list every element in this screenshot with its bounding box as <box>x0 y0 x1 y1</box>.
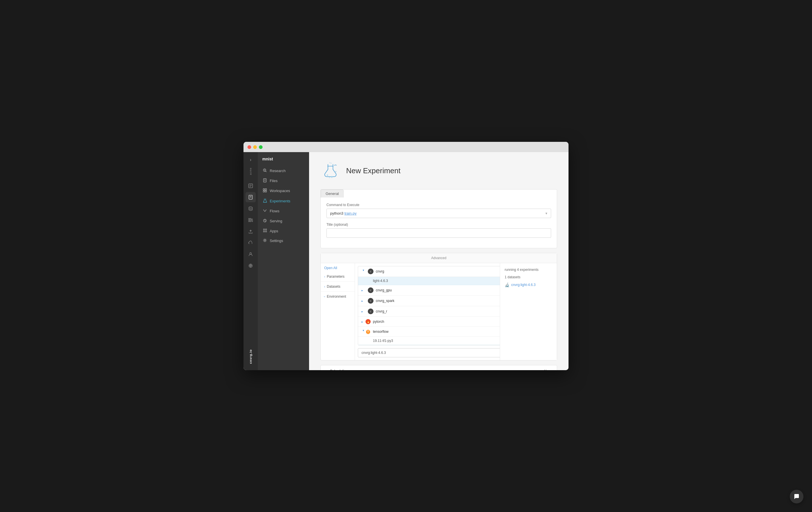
image-icon: 🔬 <box>505 282 510 287</box>
sidebar-item-flows[interactable]: Flows <box>258 206 309 216</box>
close-button[interactable] <box>248 145 251 149</box>
sidebar-item-workspaces-label: Workspaces <box>270 189 290 193</box>
command-label: Command to Execute <box>326 203 551 207</box>
maximize-button[interactable] <box>259 145 263 149</box>
brand-label: cnvrg.io <box>249 349 252 364</box>
svg-rect-19 <box>263 179 266 182</box>
svg-point-32 <box>264 240 266 241</box>
parameters-section[interactable]: › Parameters <box>321 272 355 282</box>
command-text: python3 train.py <box>330 211 357 215</box>
svg-point-38 <box>329 162 330 163</box>
sidebar: mnist Research Files <box>258 152 309 370</box>
rail-icon-library[interactable] <box>245 215 256 225</box>
parameters-label: Parameters <box>327 274 344 278</box>
scheduling-section: › Scheduling Now <box>320 365 557 370</box>
flows-icon <box>262 209 267 214</box>
cnvrg-chevron: ▸ <box>362 269 365 273</box>
svg-rect-30 <box>263 231 265 232</box>
rail-icon-upload[interactable] <box>245 226 256 237</box>
project-name: mnist <box>258 157 309 166</box>
cnvrg-gpu-chevron: ▸ <box>361 289 366 292</box>
minimize-button[interactable] <box>253 145 257 149</box>
rail-icon-database[interactable] <box>245 204 256 214</box>
scheduling-chevron: › <box>326 369 327 371</box>
rail-icon-network[interactable] <box>245 261 256 271</box>
right-info-panel: running 4 experiments 1 datasets 🔬 cnvrg… <box>500 263 557 360</box>
image-info: 🔬 cnvrg:light-4.6.3 <box>505 282 552 287</box>
cnvrg-r-chevron: ▸ <box>361 310 366 313</box>
rail-icon-active[interactable] <box>245 192 256 203</box>
environment-section[interactable]: › Environment <box>321 292 355 301</box>
traffic-lights <box>248 145 263 149</box>
sidebar-item-workspaces[interactable]: Workspaces <box>258 186 309 196</box>
tf-version-label: 19.11-tf1-py3 <box>373 339 393 343</box>
command-input[interactable]: python3 train.py ▾ <box>326 209 551 218</box>
sidebar-item-flows-label: Flows <box>270 209 280 213</box>
experiment-image: × <box>320 161 341 181</box>
selected-image-text: cnvrg:light-4.6.3 <box>361 351 386 355</box>
sidebar-item-experiments-label: Experiments <box>270 199 290 203</box>
sidebar-item-files-label: Files <box>270 179 278 183</box>
rail-icons <box>245 181 256 349</box>
serving-icon <box>262 219 267 223</box>
settings-icon <box>262 238 267 243</box>
main-content: × New Experiment General Command to Exec… <box>309 152 569 370</box>
sidebar-item-settings[interactable]: Settings <box>258 236 309 246</box>
datasets-info: 1 datasets <box>505 275 552 279</box>
titlebar <box>243 142 569 152</box>
expand-button[interactable]: › <box>248 155 254 165</box>
svg-rect-23 <box>265 189 267 190</box>
svg-point-11 <box>250 252 252 254</box>
command-link[interactable]: train.py <box>344 211 357 215</box>
rail-icon-cloud[interactable] <box>245 238 256 248</box>
environment-chevron: › <box>323 296 326 297</box>
svg-rect-28 <box>263 229 265 230</box>
datasets-chevron: › <box>324 285 325 288</box>
command-group: Command to Execute python3 train.py ▾ <box>326 203 551 218</box>
image-label: cnvrg:light-4.6.3 <box>511 283 535 287</box>
datasets-count: 1 datasets <box>505 275 520 279</box>
title-label: Title (optional) <box>326 223 551 226</box>
svg-point-34 <box>327 174 328 176</box>
parameters-chevron: › <box>324 275 325 278</box>
sidebar-item-serving[interactable]: Serving <box>258 216 309 226</box>
rail-bottom: cnvrg.io <box>249 349 252 370</box>
title-input[interactable]: Mnist Training <box>326 228 551 238</box>
svg-rect-31 <box>265 231 267 232</box>
svg-rect-8 <box>249 218 250 222</box>
org-label: acme <box>249 167 252 175</box>
svg-rect-25 <box>265 191 267 192</box>
rail-icon-team[interactable] <box>245 249 256 260</box>
research-icon <box>262 168 267 173</box>
chat-button[interactable] <box>790 490 804 504</box>
tensorflow-icon <box>366 329 371 334</box>
light-version-label: light-4.6.3 <box>373 279 388 283</box>
sidebar-item-experiments[interactable]: Experiments <box>258 196 309 206</box>
scheduling-header[interactable]: › Scheduling Now <box>321 365 557 370</box>
svg-text:×: × <box>335 170 337 173</box>
scheduling-value: Now <box>544 369 551 371</box>
experiments-info: running 4 experiments <box>505 268 552 272</box>
cnvrg-icon: C <box>368 269 374 274</box>
advanced-header: Advanced <box>321 253 557 263</box>
sidebar-item-files[interactable]: Files <box>258 176 309 186</box>
tensorflow-chevron: ▸ <box>362 330 365 334</box>
rail-icon-notebook[interactable] <box>245 181 256 191</box>
svg-rect-22 <box>263 189 265 190</box>
sidebar-item-research[interactable]: Research <box>258 166 309 176</box>
general-body: Command to Execute python3 train.py ▾ Ti… <box>321 197 557 248</box>
cnvrg-r-icon: C <box>368 308 374 314</box>
datasets-label: Datasets <box>327 285 340 289</box>
general-section: General Command to Execute python3 train… <box>320 189 557 248</box>
experiments-count: running 4 experiments <box>505 268 539 272</box>
general-tab[interactable]: General <box>321 189 344 197</box>
title-group: Title (optional) Mnist Training <box>326 223 551 238</box>
dropdown-arrow: ▾ <box>545 211 547 215</box>
cnvrg-spark-chevron: ▸ <box>361 299 366 302</box>
svg-rect-9 <box>250 218 251 222</box>
open-all-link[interactable]: Open All <box>321 263 355 272</box>
datasets-section[interactable]: › Datasets <box>321 282 355 292</box>
workspaces-icon <box>262 188 267 193</box>
sidebar-item-apps[interactable]: Apps <box>258 226 309 236</box>
scheduling-title: Scheduling <box>330 369 348 370</box>
